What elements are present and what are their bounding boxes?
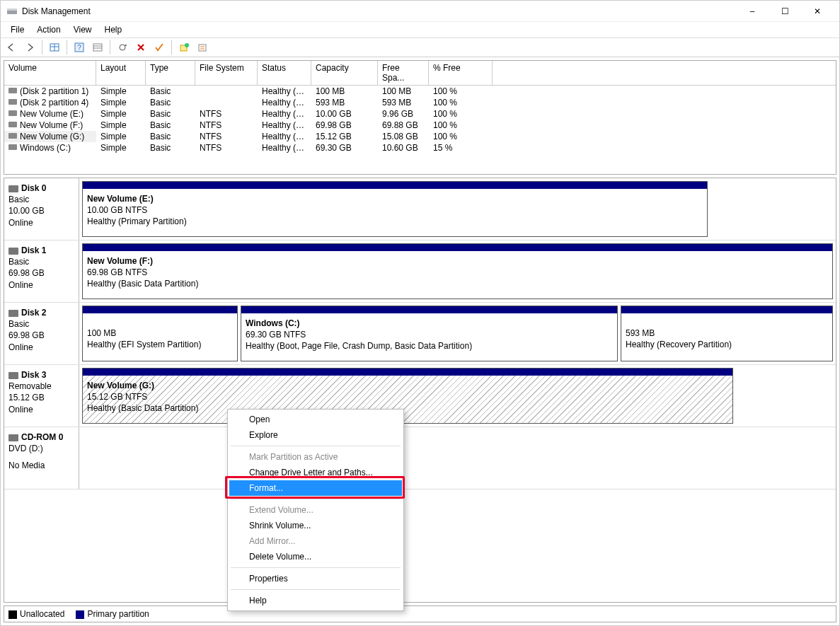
table-row[interactable]: New Volume (E:)SimpleBasicNTFSHealthy (B… xyxy=(4,108,836,120)
column-capacity[interactable]: Capacity xyxy=(311,61,378,86)
partition-body: 593 MBHealthy (Recovery Partition) xyxy=(621,313,832,361)
partition[interactable]: 100 MBHealthy (EFI System Partition) xyxy=(82,306,238,361)
cell: 100 MB xyxy=(378,86,429,97)
svg-point-12 xyxy=(185,43,189,47)
check-icon[interactable] xyxy=(151,40,167,55)
cell: 69.88 GB xyxy=(378,120,429,131)
column-pctfree[interactable]: % Free xyxy=(429,61,493,86)
disk-graphical-view[interactable]: Disk 0 Basic 10.00 GB OnlineNew Volume (… xyxy=(4,178,836,603)
table-row[interactable]: (Disk 2 partition 4)SimpleBasicHealthy (… xyxy=(4,97,836,108)
volume-table-body[interactable]: (Disk 2 partition 1)SimpleBasicHealthy (… xyxy=(4,86,836,174)
menu-separator xyxy=(231,589,401,590)
disk-partitions: New Volume (G:)15.12 GB NTFSHealthy (Bas… xyxy=(79,365,836,427)
cell: 10.00 GB xyxy=(311,108,378,120)
window-title: Disk Management xyxy=(22,6,736,16)
partition[interactable]: New Volume (F:)69.98 GB NTFSHealthy (Bas… xyxy=(82,243,833,299)
menu-separator xyxy=(231,499,401,499)
menu-view[interactable]: View xyxy=(68,23,98,36)
menu-item[interactable]: Format... xyxy=(229,480,402,496)
partition-header xyxy=(83,306,237,313)
cell: Healthy (B... xyxy=(258,120,311,131)
cell: Healthy (B... xyxy=(258,142,311,153)
menu-item[interactable]: Delete Volume... xyxy=(229,549,402,564)
table-row[interactable]: Windows (C:)SimpleBasicNTFSHealthy (B...… xyxy=(4,142,836,153)
column-volume[interactable]: Volume xyxy=(4,61,96,86)
menu-separator xyxy=(231,446,401,446)
cell: 100 % xyxy=(429,97,493,108)
cell: NTFS xyxy=(195,108,258,120)
new-partition-icon[interactable] xyxy=(176,40,192,55)
disk-info[interactable]: Disk 0 Basic 10.00 GB Online xyxy=(4,178,79,240)
menu-item[interactable]: Change Drive Letter and Paths... xyxy=(229,465,402,480)
column-filesystem[interactable]: File System xyxy=(195,61,258,86)
disk-block: Disk 3 Removable 15.12 GB OnlineNew Volu… xyxy=(4,365,836,427)
cell: (Disk 2 partition 1) xyxy=(4,86,96,97)
cell: NTFS xyxy=(195,142,258,153)
disk-info[interactable]: Disk 1 Basic 69.98 GB Online xyxy=(4,240,79,302)
properties-icon[interactable] xyxy=(195,40,210,55)
menu-item[interactable]: Explore xyxy=(229,427,402,443)
maximize-button[interactable]: ☐ xyxy=(769,1,801,22)
svg-text:?: ? xyxy=(77,44,81,52)
minimize-button[interactable]: – xyxy=(736,1,769,22)
cell: Basic xyxy=(146,131,195,142)
volume-table: Volume Layout Type File System Status Ca… xyxy=(4,60,836,175)
menu-item[interactable]: Open xyxy=(229,412,402,427)
context-menu: OpenExploreMark Partition as ActiveChang… xyxy=(227,409,404,611)
disk-info[interactable]: Disk 3 Removable 15.12 GB Online xyxy=(4,365,79,427)
cell: 593 MB xyxy=(311,97,378,108)
menu-bar: File Action View Help xyxy=(1,22,839,37)
disk-info[interactable]: CD-ROM 0 DVD (D:) No Media xyxy=(4,427,79,489)
close-button[interactable]: ✕ xyxy=(801,1,834,22)
delete-icon[interactable] xyxy=(133,40,149,55)
column-layout[interactable]: Layout xyxy=(96,61,146,86)
cell: 100 MB xyxy=(311,86,378,97)
menu-action[interactable]: Action xyxy=(31,23,66,36)
disk-block: Disk 1 Basic 69.98 GB OnlineNew Volume (… xyxy=(4,240,836,303)
cell: Simple xyxy=(96,97,146,108)
partition[interactable]: New Volume (E:)10.00 GB NTFSHealthy (Pri… xyxy=(82,181,708,237)
cell: Basic xyxy=(146,108,195,120)
table-row[interactable]: (Disk 2 partition 1)SimpleBasicHealthy (… xyxy=(4,86,836,97)
volume-table-header: Volume Layout Type File System Status Ca… xyxy=(4,61,836,86)
cell: 15 % xyxy=(429,142,493,153)
menu-item[interactable]: Properties xyxy=(229,571,402,586)
menu-file[interactable]: File xyxy=(5,23,30,36)
forward-icon[interactable] xyxy=(22,40,38,55)
cell: New Volume (G:) xyxy=(4,131,96,142)
partition-body: Windows (C:)69.30 GB NTFSHealthy (Boot, … xyxy=(241,313,617,361)
cell: Healthy (B... xyxy=(258,131,311,142)
partition-header xyxy=(83,369,732,376)
disk-info[interactable]: Disk 2 Basic 69.98 GB Online xyxy=(4,303,79,364)
cell: 15.08 GB xyxy=(378,131,429,142)
menu-item[interactable]: Help xyxy=(229,593,402,608)
partition[interactable]: 593 MBHealthy (Recovery Partition) xyxy=(621,306,833,361)
column-status[interactable]: Status xyxy=(258,61,311,86)
partition-body: New Volume (G:)15.12 GB NTFSHealthy (Bas… xyxy=(83,376,732,423)
cell: 15.12 GB xyxy=(311,131,378,142)
cell: Basic xyxy=(146,97,195,108)
disk-partitions: New Volume (E:)10.00 GB NTFSHealthy (Pri… xyxy=(79,178,836,240)
menu-separator xyxy=(231,567,401,568)
list-view-icon[interactable] xyxy=(90,40,105,55)
refresh-icon[interactable] xyxy=(115,40,130,55)
menu-item[interactable]: Shrink Volume... xyxy=(229,518,402,533)
legend-primary: Primary partition xyxy=(76,609,149,619)
menu-help[interactable]: Help xyxy=(99,23,128,36)
table-row[interactable]: New Volume (G:)SimpleBasicNTFSHealthy (B… xyxy=(4,131,836,142)
partition[interactable]: New Volume (G:)15.12 GB NTFSHealthy (Bas… xyxy=(82,368,733,424)
column-type[interactable]: Type xyxy=(146,61,195,86)
cell: Windows (C:) xyxy=(4,142,96,153)
table-view-icon[interactable] xyxy=(47,40,62,55)
cell: Healthy (B... xyxy=(258,108,311,120)
help-icon[interactable]: ? xyxy=(71,40,87,55)
column-freespace[interactable]: Free Spa... xyxy=(378,61,429,86)
partition[interactable]: Windows (C:)69.30 GB NTFSHealthy (Boot, … xyxy=(241,306,618,361)
cell xyxy=(195,97,258,108)
disk-partitions xyxy=(79,427,836,489)
back-icon[interactable] xyxy=(4,40,19,55)
menu-item: Add Mirror... xyxy=(229,533,402,549)
title-bar: Disk Management – ☐ ✕ xyxy=(1,1,839,22)
table-row[interactable]: New Volume (F:)SimpleBasicNTFSHealthy (B… xyxy=(4,120,836,131)
disk-partitions: New Volume (F:)69.98 GB NTFSHealthy (Bas… xyxy=(79,240,836,302)
